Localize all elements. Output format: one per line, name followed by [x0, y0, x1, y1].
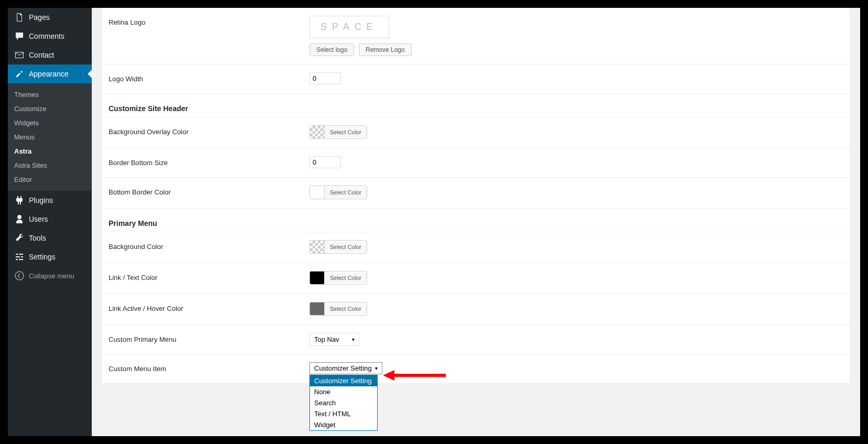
custom-menu-item-label: Custom Menu Item: [102, 354, 304, 384]
link-text-color-picker[interactable]: Select Color: [309, 271, 367, 285]
collapse-label: Collapse menu: [29, 272, 74, 280]
admin-sidebar: Pages Comments Contact Appearance Themes…: [8, 8, 92, 436]
submenu-editor[interactable]: Editor: [8, 172, 92, 187]
settings-icon: [14, 252, 25, 262]
collapse-menu-button[interactable]: Collapse menu: [8, 266, 92, 285]
section-primary-label: Primary Menu: [102, 209, 304, 232]
submenu-widgets[interactable]: Widgets: [8, 116, 92, 130]
logo-preview: SPACE: [309, 16, 389, 38]
sidebar-item-pages[interactable]: Pages: [8, 8, 92, 27]
bg-overlay-color-picker[interactable]: Select Color: [309, 125, 367, 139]
select-color-button[interactable]: Select Color: [325, 127, 367, 137]
svg-point-0: [15, 272, 24, 280]
color-swatch-gray: [310, 302, 325, 315]
sidebar-item-users[interactable]: Users: [8, 210, 92, 229]
submenu-customize[interactable]: Customize: [8, 102, 92, 116]
custom-menu-item-dropdown: Customizer Setting None Search Text / HT…: [309, 375, 378, 431]
custom-primary-menu-label: Custom Primary Menu: [102, 325, 304, 354]
sidebar-label: Appearance: [29, 70, 69, 78]
pages-icon: [14, 12, 25, 23]
select-color-button[interactable]: Select Color: [325, 242, 367, 252]
users-icon: [14, 214, 25, 224]
tools-icon: [14, 233, 25, 243]
sidebar-item-comments[interactable]: Comments: [8, 27, 92, 46]
bg-color-picker[interactable]: Select Color: [309, 240, 367, 254]
dropdown-option-none[interactable]: None: [310, 386, 377, 397]
sidebar-item-settings[interactable]: Settings: [8, 247, 92, 266]
retina-logo-label: Retina Logo: [102, 8, 304, 64]
bg-color-label: Background Color: [102, 232, 304, 263]
dropdown-option-widget[interactable]: Widget: [310, 419, 377, 430]
submenu-astra-sites[interactable]: Astra Sites: [8, 158, 92, 172]
comments-icon: [14, 31, 25, 41]
color-swatch-white: [310, 186, 325, 199]
color-swatch-black: [310, 272, 325, 284]
main-content: Retina Logo SPACE Select logo Remove Log…: [92, 8, 860, 436]
sidebar-label: Plugins: [29, 196, 53, 204]
submenu-astra[interactable]: Astra: [8, 144, 92, 158]
submenu-themes[interactable]: Themes: [8, 88, 92, 102]
sidebar-item-appearance[interactable]: Appearance: [8, 64, 92, 83]
select-color-button[interactable]: Select Color: [325, 304, 367, 314]
select-value: Customizer Setting: [314, 364, 372, 372]
sidebar-item-contact[interactable]: Contact: [8, 46, 92, 64]
sidebar-label: Comments: [29, 32, 65, 40]
contact-icon: [14, 50, 25, 60]
sidebar-label: Users: [29, 215, 48, 223]
select-value: Top Nav: [314, 335, 339, 343]
sidebar-item-plugins[interactable]: Plugins: [8, 191, 92, 210]
logo-width-input[interactable]: [309, 72, 341, 84]
appearance-icon: [14, 69, 25, 79]
appearance-submenu: Themes Customize Widgets Menus Astra Ast…: [8, 83, 92, 191]
link-active-color-label: Link Active / Hover Color: [102, 294, 304, 325]
custom-menu-item-select[interactable]: Customizer Setting: [309, 362, 382, 374]
section-header-label: Customize Site Header: [102, 94, 304, 117]
bottom-border-color-label: Bottom Border Color: [102, 178, 304, 209]
bottom-border-color-picker[interactable]: Select Color: [309, 186, 367, 199]
dropdown-option-customizer[interactable]: Customizer Setting: [310, 375, 377, 386]
sidebar-label: Pages: [29, 13, 50, 21]
settings-form-table: Retina Logo SPACE Select logo Remove Log…: [102, 8, 850, 384]
plugins-icon: [14, 195, 25, 205]
annotation-arrow-icon: [383, 367, 446, 383]
link-text-color-label: Link / Text Color: [102, 263, 304, 294]
border-bottom-label: Border Bottom Size: [102, 148, 304, 178]
logo-width-label: Logo Width: [102, 64, 304, 94]
color-swatch-transparent: [310, 126, 325, 138]
border-bottom-input[interactable]: [309, 156, 341, 168]
sidebar-label: Tools: [29, 234, 46, 242]
dropdown-option-text-html[interactable]: Text / HTML: [310, 408, 377, 419]
select-logo-button[interactable]: Select logo: [309, 44, 354, 56]
collapse-icon: [14, 270, 25, 281]
sidebar-label: Contact: [29, 51, 54, 59]
custom-primary-menu-select[interactable]: Top Nav: [309, 333, 359, 346]
color-swatch-transparent: [310, 241, 325, 253]
remove-logo-button[interactable]: Remove Logo: [359, 44, 412, 56]
sidebar-label: Settings: [29, 253, 56, 261]
select-color-button[interactable]: Select Color: [325, 273, 367, 283]
select-color-button[interactable]: Select Color: [325, 187, 367, 198]
submenu-menus[interactable]: Menus: [8, 130, 92, 144]
dropdown-option-search[interactable]: Search: [310, 397, 377, 408]
svg-marker-2: [383, 370, 394, 381]
link-active-color-picker[interactable]: Select Color: [309, 302, 367, 316]
bg-overlay-label: Background Overlay Color: [102, 117, 304, 148]
sidebar-item-tools[interactable]: Tools: [8, 229, 92, 247]
